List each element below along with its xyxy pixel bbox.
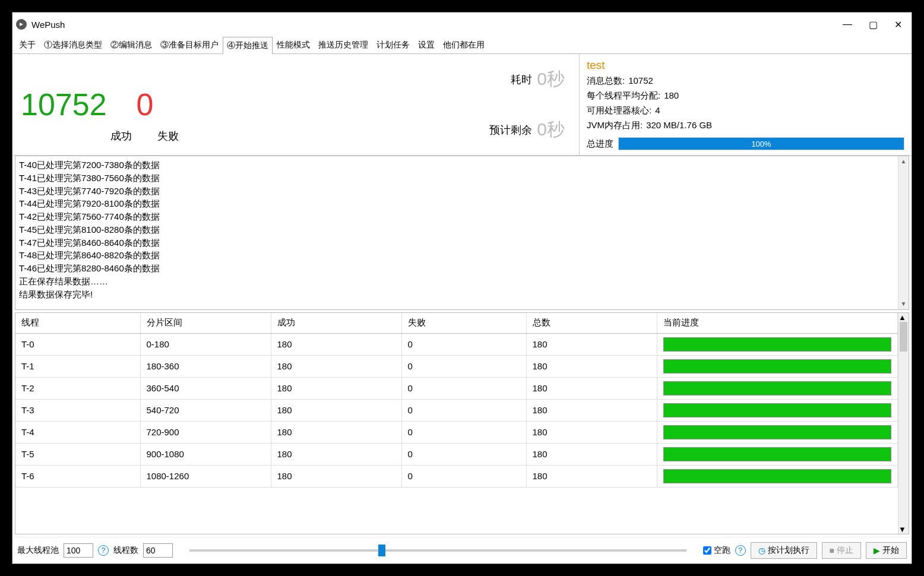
table-cell: 0-180: [140, 333, 271, 355]
tab-1[interactable]: ①选择消息类型: [40, 36, 106, 53]
play-icon: ▶: [874, 546, 880, 555]
threads-label: 线程数: [113, 545, 138, 556]
fail-label: 失败: [157, 129, 179, 149]
table-cell: 180: [526, 377, 657, 399]
avg-value: 180: [664, 90, 679, 102]
table-cell: 0: [401, 421, 526, 443]
scroll-track[interactable]: [898, 167, 909, 299]
log-line: 结果数据保存完毕!: [19, 288, 905, 301]
cores-value: 4: [655, 105, 660, 116]
table-cell: T-0: [15, 333, 140, 355]
table-header[interactable]: 失败: [401, 313, 526, 333]
overall-progress-row: 总进度 100%: [587, 137, 904, 150]
log-line: 正在保存结果数据……: [19, 275, 905, 288]
table-cell: 180: [271, 465, 401, 487]
table-row[interactable]: T-61080-12601800180: [15, 465, 898, 487]
tab-0[interactable]: 关于: [15, 36, 40, 53]
progress-cell: [657, 377, 898, 399]
table-cell: 1080-1260: [140, 465, 271, 487]
minimize-icon[interactable]: —: [843, 19, 852, 30]
help-icon[interactable]: ?: [98, 545, 109, 556]
table-cell: 720-900: [140, 421, 271, 443]
table-row[interactable]: T-1180-3601800180: [15, 355, 898, 377]
table-row[interactable]: T-00-1801800180: [15, 333, 898, 355]
table-header[interactable]: 总数: [526, 313, 657, 333]
clock-icon: ◷: [758, 546, 765, 555]
table-row[interactable]: T-5900-10801800180: [15, 443, 898, 465]
row-progress-bar: [663, 469, 892, 483]
scroll-down-icon[interactable]: ▼: [898, 299, 909, 309]
eta-label: 预计剩余: [489, 123, 532, 137]
eta-row: 预计剩余 0秒: [489, 118, 565, 142]
table-cell: 180: [271, 377, 401, 399]
threads-input[interactable]: [143, 543, 173, 558]
scroll-down-icon[interactable]: ▼: [898, 525, 909, 534]
table-header[interactable]: 当前进度: [657, 313, 898, 333]
table-cell: 180: [271, 421, 401, 443]
log-area[interactable]: T-40已处理完第7200-7380条的数据T-41已处理完第7380-7560…: [15, 156, 909, 310]
tab-9[interactable]: 他们都在用: [439, 36, 489, 53]
table-header[interactable]: 分片区间: [140, 313, 271, 333]
table-row[interactable]: T-4720-9001800180: [15, 421, 898, 443]
stop-label: 停止: [837, 545, 853, 556]
table-cell: 180: [271, 355, 401, 377]
table-row[interactable]: T-2360-5401800180: [15, 377, 898, 399]
slider-thumb[interactable]: [378, 545, 385, 556]
pool-input[interactable]: [64, 543, 93, 558]
table-cell: 180: [526, 465, 657, 487]
tab-7[interactable]: 计划任务: [372, 36, 414, 53]
progress-cell: [657, 421, 898, 443]
total-value: 10752: [628, 75, 653, 87]
schedule-label: 按计划执行: [768, 545, 809, 556]
tab-8[interactable]: 设置: [414, 36, 439, 53]
table-header[interactable]: 线程: [15, 313, 140, 333]
log-line: T-40已处理完第7200-7380条的数据: [19, 159, 905, 172]
tab-2[interactable]: ②编辑消息: [106, 36, 156, 53]
maximize-icon[interactable]: ▢: [869, 19, 878, 30]
stop-button[interactable]: ■ 停止: [822, 542, 861, 559]
stats-timing: 耗时 0秒 预计剩余 0秒: [226, 54, 579, 155]
log-scrollbar[interactable]: ▲ ▼: [898, 156, 909, 309]
progress-text: 100%: [619, 138, 904, 150]
threads-slider[interactable]: [189, 549, 686, 552]
table-cell: 180: [271, 333, 401, 355]
log-line: T-45已处理完第8100-8280条的数据: [19, 223, 905, 236]
table-cell: T-3: [15, 399, 140, 421]
start-label: 开始: [882, 545, 899, 556]
dryrun-checkbox[interactable]: 空跑: [703, 545, 730, 556]
dryrun-check-input[interactable]: [703, 546, 711, 555]
thread-table-scroll: 线程分片区间成功失败总数当前进度 T-00-1801800180T-1180-3…: [15, 313, 898, 534]
scroll-up-icon[interactable]: ▲: [898, 313, 909, 322]
app-title: WePush: [31, 20, 65, 30]
avg-label: 每个线程平均分配:: [587, 90, 660, 102]
elapsed-label: 耗时: [511, 72, 532, 87]
table-cell: 0: [401, 377, 526, 399]
table-header[interactable]: 成功: [271, 313, 401, 333]
table-cell: 0: [401, 355, 526, 377]
table-cell: 0: [401, 333, 526, 355]
row-progress-bar: [663, 359, 892, 374]
progress-cell: [657, 355, 898, 377]
help-icon[interactable]: ?: [735, 545, 746, 556]
table-row[interactable]: T-3540-7201800180: [15, 399, 898, 421]
success-label: 成功: [110, 129, 132, 149]
table-cell: 180: [271, 443, 401, 465]
tab-3[interactable]: ③准备目标用户: [156, 36, 223, 53]
scroll-up-icon[interactable]: ▲: [898, 156, 909, 167]
progress-cell: [657, 465, 898, 487]
tab-4[interactable]: ④开始推送: [223, 37, 273, 54]
table-scrollbar[interactable]: ▲ ▼: [898, 313, 909, 534]
schedule-button[interactable]: ◷ 按计划执行: [751, 542, 817, 559]
scroll-thumb[interactable]: [900, 322, 907, 352]
close-icon[interactable]: ✕: [894, 19, 902, 30]
tab-6[interactable]: 推送历史管理: [314, 36, 372, 53]
scroll-track[interactable]: [898, 322, 909, 525]
fail-count: 0: [137, 87, 154, 122]
row-progress-bar: [663, 403, 892, 417]
tab-5[interactable]: 性能模式: [273, 36, 314, 53]
table-cell: 900-1080: [140, 443, 271, 465]
table-cell: 0: [401, 443, 526, 465]
log-line: T-42已处理完第7560-7740条的数据: [19, 210, 905, 223]
overall-progress-bar: 100%: [618, 137, 904, 150]
start-button[interactable]: ▶ 开始: [866, 542, 907, 559]
